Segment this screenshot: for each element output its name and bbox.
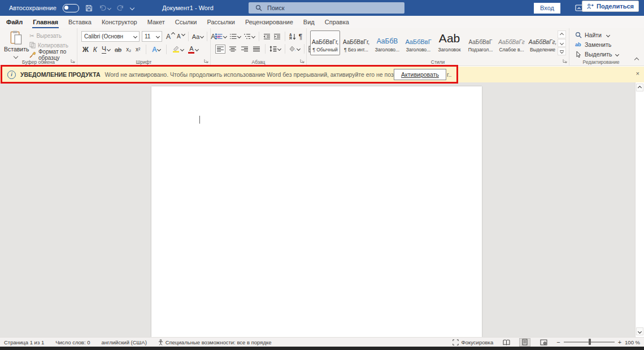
divider (188, 32, 189, 41)
zoom-slider-thumb[interactable] (589, 339, 591, 345)
style-emphasis[interactable]: АаБбВвГг, Выделение (528, 30, 558, 55)
style-title[interactable]: Ааb Заголовок (434, 30, 464, 55)
share-button[interactable]: Поделиться (582, 1, 639, 12)
tab-view[interactable]: Вид (298, 16, 320, 28)
style-heading2[interactable]: АаБбВвГ Заголово... (403, 30, 433, 55)
tab-references[interactable]: Ссылки (170, 16, 202, 28)
document-page[interactable] (151, 86, 482, 337)
vertical-scrollbar[interactable] (635, 82, 644, 337)
autosave-toggle[interactable] (63, 4, 79, 12)
clipboard-group-label: Буфер обмена (0, 59, 77, 65)
style-no-spacing[interactable]: АаБбВвГг, ¶ Без инт... (341, 30, 371, 55)
paragraph-group-label: Абзац (211, 59, 306, 65)
font-size-combo[interactable]: 11 (142, 31, 162, 42)
text-effects-dropdown-icon (157, 47, 161, 51)
multilevel-list-button[interactable] (243, 33, 255, 40)
save-icon[interactable] (85, 5, 93, 12)
tab-home[interactable]: Главная (28, 16, 63, 28)
tab-insert[interactable]: Вставка (63, 16, 97, 28)
show-marks-button[interactable]: ¶ (299, 33, 302, 41)
bullets-button[interactable] (215, 33, 227, 40)
paste-icon (10, 30, 23, 46)
style-normal[interactable]: АаБбВвГг, ¶ Обычный (310, 30, 340, 55)
style-subtitle[interactable]: АаБбВвГ Подзагол... (465, 30, 495, 55)
font-name-combo[interactable]: Calibri (Основн (81, 31, 140, 42)
justify-button[interactable] (252, 45, 261, 53)
tab-file[interactable]: Файл (1, 16, 28, 28)
format-painter-button[interactable]: Формат по образцу (29, 51, 77, 59)
font-size-dropdown-icon (156, 34, 160, 38)
notice-title: УВЕДОМЛЕНИЕ ПРОДУКТА (20, 71, 101, 78)
tab-help[interactable]: Справка (320, 16, 354, 28)
accessibility-status[interactable]: Специальные возможности: все в порядке (158, 339, 272, 345)
styles-scroll-up-button[interactable] (558, 30, 566, 38)
select-button[interactable]: Выделить (575, 50, 619, 58)
chevron-down-icon (560, 41, 564, 45)
share-label: Поделиться (597, 3, 634, 10)
notice-close-icon[interactable]: × (636, 70, 639, 77)
tab-layout[interactable]: Макет (142, 16, 170, 28)
ribbon-tab-row: Файл Главная Вставка Конструктор Макет С… (0, 16, 644, 28)
superscript-button[interactable]: x² (136, 46, 140, 53)
decrease-indent-button[interactable] (263, 33, 271, 40)
signin-button[interactable]: Вход (534, 3, 560, 14)
read-mode-button[interactable] (501, 338, 512, 347)
zoom-in-button[interactable]: + (618, 339, 621, 345)
divider (265, 44, 266, 54)
scroll-up-button[interactable] (636, 84, 643, 91)
italic-button[interactable]: К (93, 46, 97, 54)
find-button[interactable]: Найти (575, 31, 619, 39)
word-count[interactable]: Число слов: 0 (55, 339, 90, 345)
chevron-down-icon (638, 329, 642, 333)
replace-button[interactable]: ab Заменить (575, 41, 619, 49)
search-box[interactable]: Поиск (249, 2, 404, 14)
strikethrough-button[interactable]: ab (115, 46, 121, 54)
divider (207, 32, 207, 41)
page-indicator[interactable]: Страница 1 из 1 (4, 339, 44, 345)
zoom-level[interactable]: 100 % (625, 339, 640, 345)
align-right-button[interactable] (240, 45, 249, 53)
align-left-button[interactable] (215, 45, 225, 54)
toggle-knob (64, 6, 68, 10)
paste-button[interactable]: Вставить (4, 30, 28, 59)
sort-arrow-icon (293, 33, 296, 40)
numbering-button[interactable] (229, 33, 241, 40)
styles-scroll-down-button[interactable] (558, 39, 566, 47)
underline-button[interactable]: Ч (102, 45, 110, 54)
zoom-out-button[interactable]: − (556, 339, 560, 345)
sort-button[interactable]: А Я (289, 33, 296, 40)
scroll-down-button[interactable] (636, 327, 643, 335)
paste-dropdown-icon[interactable] (14, 54, 18, 59)
text-effects-button[interactable]: А (152, 46, 160, 54)
share-icon (587, 3, 594, 10)
shading-button[interactable] (289, 46, 300, 53)
language-indicator[interactable]: английский (США) (101, 339, 146, 345)
format-painter-icon (29, 51, 36, 58)
customize-qat-chevron-icon[interactable] (130, 6, 134, 10)
grow-font-button[interactable]: А (166, 33, 175, 41)
numbering-dropdown-icon (237, 34, 241, 38)
tab-design[interactable]: Конструктор (97, 16, 142, 28)
tab-mailings[interactable]: Рассылки (202, 16, 240, 28)
tab-review[interactable]: Рецензирование (240, 16, 298, 28)
line-spacing-button[interactable] (269, 46, 281, 52)
styles-group-label: Стили (307, 59, 569, 65)
focus-mode-button[interactable]: Фокусировка (452, 339, 493, 345)
bold-button[interactable]: Ж (82, 46, 89, 54)
increase-indent-button[interactable] (273, 33, 281, 40)
style-subtle-emphasis[interactable]: АаБбВвГг Слабое в... (497, 30, 526, 55)
info-icon: i (7, 71, 16, 79)
print-layout-button[interactable] (519, 338, 530, 347)
style-heading1[interactable]: АаБбВ Заголово... (372, 30, 402, 55)
highlight-button[interactable] (172, 45, 184, 54)
web-layout-button[interactable] (538, 338, 549, 347)
subscript-button[interactable]: x₂ (126, 46, 131, 53)
styles-more-button[interactable] (558, 47, 566, 55)
change-case-button[interactable]: Аа (192, 33, 204, 41)
collapse-ribbon-icon[interactable] (634, 58, 639, 62)
font-color-button[interactable]: А (188, 46, 198, 54)
align-center-button[interactable] (228, 45, 237, 53)
shrink-font-button[interactable]: А (177, 33, 185, 41)
activate-button[interactable]: Активировать (394, 69, 446, 80)
zoom-slider[interactable] (564, 342, 615, 343)
